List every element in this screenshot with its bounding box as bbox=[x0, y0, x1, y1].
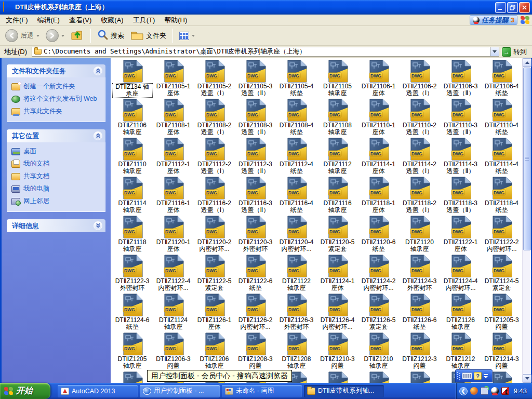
address-path[interactable]: C:\Documents and Settings\Administrator\… bbox=[44, 47, 490, 56]
up-button[interactable] bbox=[69, 28, 86, 44]
file-item[interactable]: DWG DTⅡZ1112-1座体 bbox=[153, 137, 194, 176]
file-item[interactable]: DWG DTⅡZ1118轴承座 bbox=[112, 215, 153, 254]
go-button[interactable]: → 转到 bbox=[502, 47, 530, 57]
menu-item[interactable]: 文件(F) bbox=[1, 15, 33, 25]
address-combo[interactable]: C:\Documents and Settings\Administrator\… bbox=[32, 47, 499, 57]
file-item[interactable]: DWG DTⅡZ1106-2透盖（Ⅰ） bbox=[399, 59, 440, 98]
scrollbar-thumb[interactable] bbox=[523, 68, 531, 250]
file-item[interactable]: DWG DTⅡZ134 轴承座 bbox=[112, 59, 153, 98]
kaspersky-tray-icon[interactable] bbox=[501, 387, 509, 395]
file-item[interactable]: DWG DTⅡZ1205轴承座 bbox=[112, 331, 153, 370]
file-item[interactable]: DWG DTⅡZ1110-2透盖（Ⅰ） bbox=[399, 98, 440, 137]
file-item[interactable]: DWG DTⅡZ1126-2内密封环... bbox=[235, 292, 276, 331]
file-item[interactable]: DWG DTⅡZ1106-3透盖（Ⅱ） bbox=[440, 59, 481, 98]
taskbar-task-button[interactable]: DTⅡ皮带机系列轴... bbox=[304, 385, 384, 397]
scroll-down-button[interactable] bbox=[523, 374, 531, 383]
file-item[interactable]: DWG DTⅡZ1112轴承座 bbox=[317, 137, 358, 176]
file-item[interactable]: DWG DTⅡZ1116-2透盖（Ⅰ） bbox=[194, 176, 235, 215]
file-item[interactable]: DWG DTⅡZ1108-3透盖（Ⅱ） bbox=[235, 98, 276, 137]
file-item[interactable]: DWG DTⅡZ1108-4纸垫 bbox=[276, 98, 317, 137]
file-item[interactable]: DWG DTⅡZ1122-2内密封环... bbox=[481, 215, 522, 254]
restore-button[interactable] bbox=[507, 2, 518, 13]
menu-item[interactable]: 工具(T) bbox=[128, 15, 160, 25]
sidebar-task-link[interactable]: 共享此文件夹 bbox=[11, 108, 102, 115]
sidebar-place-link[interactable]: 我的电脑 bbox=[11, 185, 102, 193]
file-item[interactable]: DWG DTⅡZ1120-3外密封环 bbox=[235, 215, 276, 254]
file-item[interactable]: DWG DTⅡZ1105-4纸垫 bbox=[276, 59, 317, 98]
langbar-minimize-icon[interactable] bbox=[484, 374, 488, 375]
file-item[interactable]: DWG DTⅡZ1112-2透盖（Ⅰ） bbox=[194, 137, 235, 176]
file-item[interactable]: DWG DTⅡZ1126-3外密封环 bbox=[276, 292, 317, 331]
file-item[interactable]: DWG DTⅡZ1122-3外密封环 bbox=[112, 254, 153, 292]
file-item[interactable]: DWG DTⅡZ1124轴承座 bbox=[153, 292, 194, 331]
file-item[interactable]: DWG DTⅡZ1108-1座体 bbox=[153, 98, 194, 137]
file-item[interactable]: DWG DTⅡZ1105-2透盖（Ⅰ） bbox=[194, 59, 235, 98]
file-item[interactable]: DWG DTⅡZ1105-3透盖（Ⅱ） bbox=[235, 59, 276, 98]
start-button[interactable]: 开始 bbox=[0, 383, 50, 399]
file-item[interactable]: DWG DTⅡZ1116轴承座 bbox=[317, 176, 358, 215]
file-item[interactable]: DWG DTⅡZ1210-3闷盖 bbox=[317, 331, 358, 370]
search-button[interactable]: 搜索 bbox=[95, 28, 126, 43]
scroll-up-button[interactable] bbox=[523, 58, 531, 67]
network-tray-icon[interactable] bbox=[481, 387, 488, 395]
chevron-up-icon[interactable] bbox=[94, 131, 102, 140]
file-item[interactable]: DWG DTⅡZ1116-1座体 bbox=[153, 176, 194, 215]
sidebar-task-link[interactable]: 创建一个新文件夹 bbox=[11, 83, 102, 90]
file-item[interactable]: DWG DTⅡZ1214-3闷盖 bbox=[481, 331, 522, 370]
back-button[interactable]: 后退 bbox=[3, 28, 42, 43]
file-item[interactable]: DWG DTⅡZ1118-1座体 bbox=[358, 176, 399, 215]
file-item[interactable]: DWG DTⅡZ1208-3闷盖 bbox=[235, 331, 276, 370]
menu-item[interactable]: 编辑(E) bbox=[33, 15, 64, 25]
file-item[interactable]: DWG DTⅡZ1124-1座体 bbox=[317, 254, 358, 292]
help-icon[interactable]: ? bbox=[474, 372, 482, 380]
taskbar-task-button[interactable]: AutoCAD 2013 bbox=[58, 385, 138, 397]
file-item[interactable]: DWG DTⅡZ1106-1座体 bbox=[358, 59, 399, 98]
taskbar-task-button[interactable]: 用户控制面板 - ... bbox=[140, 385, 220, 397]
langbar-options-chevron-icon[interactable] bbox=[484, 376, 488, 378]
file-item-partial[interactable]: DWG bbox=[399, 370, 440, 383]
panel-details-header[interactable]: 详细信息 bbox=[7, 219, 105, 232]
minimize-button[interactable] bbox=[495, 2, 506, 13]
menu-item[interactable]: 收藏(A) bbox=[96, 15, 128, 25]
sidebar-place-link[interactable]: 共享文档 bbox=[11, 172, 102, 180]
file-item[interactable]: DWG DTⅡZ1118-3透盖（Ⅱ） bbox=[440, 176, 481, 215]
file-item[interactable]: DWG DTⅡZ1120轴承座 bbox=[399, 215, 440, 254]
views-button[interactable] bbox=[177, 31, 197, 41]
file-item[interactable]: DWG DTⅡZ1122-1座体 bbox=[440, 215, 481, 254]
file-item[interactable]: DWG DTⅡZ1126轴承座 bbox=[440, 292, 481, 331]
language-bar[interactable]: ? bbox=[455, 369, 493, 382]
file-item[interactable]: DWG DTⅡZ1120-2内密封环... bbox=[194, 215, 235, 254]
file-item[interactable]: DWG DTⅡZ1114-4纸垫 bbox=[481, 137, 522, 176]
file-item[interactable]: DWG DTⅡZ1120-1座体 bbox=[153, 215, 194, 254]
chevron-down-icon[interactable] bbox=[94, 221, 102, 230]
taskbar-task-button[interactable]: 未命名 - 画图 bbox=[222, 385, 302, 397]
sidebar-task-link[interactable]: 将这个文件夹发布到 Web bbox=[11, 95, 102, 103]
close-button[interactable] bbox=[519, 2, 530, 13]
file-item[interactable]: DWG DTⅡZ1120-5紧定套 bbox=[317, 215, 358, 254]
file-item[interactable]: DWG DTⅡZ1126-4内密封环... bbox=[317, 292, 358, 331]
forward-button[interactable] bbox=[44, 28, 66, 43]
langbar-grip-handle[interactable] bbox=[457, 372, 460, 380]
file-item[interactable]: DWG DTⅡZ1110-3透盖（Ⅱ） bbox=[440, 98, 481, 137]
file-item[interactable]: DWG DTⅡZ1110-1座体 bbox=[358, 98, 399, 137]
file-item[interactable]: DWG DTⅡZ1114-3透盖（Ⅱ） bbox=[440, 137, 481, 176]
file-item[interactable]: DWG DTⅡZ1118-2透盖（Ⅰ） bbox=[399, 176, 440, 215]
file-item[interactable]: DWG DTⅡZ1126-6纸垫 bbox=[399, 292, 440, 331]
file-item[interactable]: DWG DTⅡZ1116-4纸垫 bbox=[276, 176, 317, 215]
file-item[interactable]: DWG DTⅡZ1206轴承座 bbox=[194, 331, 235, 370]
address-dropdown-button[interactable] bbox=[490, 47, 499, 56]
file-item[interactable]: DWG DTⅡZ1124-4内密封环... bbox=[440, 254, 481, 292]
file-item[interactable]: DWG DTⅡZ1118-4纸垫 bbox=[481, 176, 522, 215]
sidebar-place-link[interactable]: 网上邻居 bbox=[11, 197, 102, 205]
file-item-partial[interactable]: DWG bbox=[358, 370, 399, 383]
keyboard-icon[interactable] bbox=[462, 373, 472, 379]
file-item[interactable]: DWG DTⅡZ1212轴承座 bbox=[440, 331, 481, 370]
file-item[interactable]: DWG DTⅡZ1108-2透盖（Ⅰ） bbox=[194, 98, 235, 137]
file-item-partial[interactable]: DWG bbox=[317, 370, 358, 383]
vertical-scrollbar[interactable] bbox=[522, 58, 531, 383]
file-item[interactable]: DWG DTⅡZ1120-6纸垫 bbox=[358, 215, 399, 254]
file-item[interactable]: DWG DTⅡZ1108轴承座 bbox=[317, 98, 358, 137]
file-item[interactable]: DWG DTⅡZ1126-1座体 bbox=[194, 292, 235, 331]
panel-file-tasks-header[interactable]: 文件和文件夹任务 bbox=[7, 64, 105, 77]
file-item[interactable]: DWG DTⅡZ1114-1座体 bbox=[358, 137, 399, 176]
